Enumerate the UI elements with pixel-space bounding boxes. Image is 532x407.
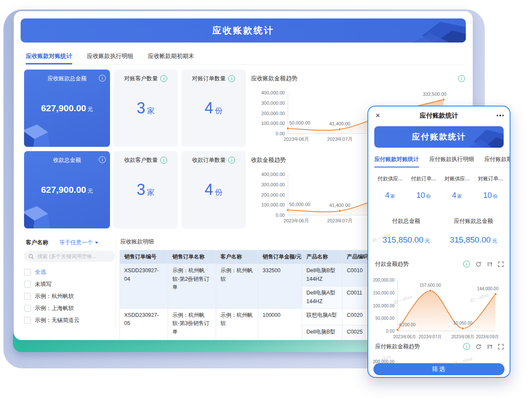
mini-value: 4 (385, 191, 389, 200)
cell-amount: 332500 (258, 264, 302, 309)
stat-value: 4份 (181, 181, 246, 199)
expand-icon[interactable] (498, 344, 504, 349)
cell-product-name: 联想电脑A型 (302, 308, 342, 325)
tab-receivable-reconcile-stats[interactable]: 应收账款对账统计 (26, 49, 72, 64)
banner-ribbon-decoration (461, 126, 504, 148)
info-icon[interactable]: i (160, 157, 167, 164)
col-order-name: 销售订单名称 (168, 250, 216, 264)
mini-value: 10 (483, 191, 492, 200)
modal-totals: 付款总金额315,850.00元 应付账款总金额315,850.00元 (373, 217, 507, 245)
filter-option-wuxi[interactable]: 示例：无锡简道云 (24, 314, 115, 326)
svg-text:41,400.00: 41,400.00 (329, 203, 350, 208)
refresh-icon[interactable] (476, 344, 481, 349)
total-payment: 付款总金额315,850.00元 (373, 217, 440, 245)
svg-text:41,400.00: 41,400.00 (329, 121, 350, 126)
cell-product-name: Dell电脑B型 144HZ (302, 264, 342, 286)
amount-text: 627,900.00 (41, 185, 86, 194)
mini-unit: 份 (493, 194, 498, 199)
stat-label: 对账客户数量 (124, 75, 158, 82)
tab-receivable-period-balance[interactable]: 应收帐款期初期末 (148, 49, 194, 64)
filter-option-hangzhou[interactable]: 示例：杭州帆软 (24, 290, 115, 302)
checkbox[interactable] (24, 317, 31, 324)
sort-icon[interactable] (487, 261, 492, 267)
option-label: 全选 (35, 268, 46, 276)
mini-stat-pay-suppliers: 付款供应...4家 (373, 175, 407, 200)
svg-text:2023年06月: 2023年06月 (393, 334, 416, 339)
mini-stat-pay-orders: 付款订单...10份 (407, 175, 440, 200)
svg-text:2023年07月: 2023年07月 (419, 334, 441, 339)
stat-label: 收款客户数量 (124, 156, 158, 164)
cell-product-name: Dell电脑B型 (302, 325, 342, 340)
info-icon[interactable]: i (160, 75, 167, 82)
stat-card-reconcile-orders: 对账订单数量i 4份 (181, 70, 246, 147)
chart-title: 收款金额趋势 (251, 156, 286, 164)
stat-card-reconcile-customers: 对账客户数量i 3家 (113, 70, 178, 147)
stat-value: 4份 (181, 99, 246, 117)
tab-payable-execution-detail[interactable]: 应付账款执行明细 (429, 153, 474, 167)
stat-label: 收款总金额 (53, 156, 81, 164)
svg-text:400,000.00: 400,000.00 (261, 172, 285, 177)
modal-header: × 应付账款统计 (368, 106, 510, 125)
info-icon[interactable]: i (228, 75, 235, 82)
close-icon[interactable]: × (368, 111, 387, 120)
stat-card-receipt-orders: 收款订单数量i 4份 (181, 151, 246, 228)
svg-text:2023年06月: 2023年06月 (284, 218, 309, 223)
count-text: 3 (137, 99, 145, 117)
modal-tabs: 应付账款对账统计 应付账款执行明细 应付账款期初期末 (374, 153, 510, 168)
svg-text:200,000.00: 200,000.00 (261, 192, 285, 197)
mini-label: 对账供应... (440, 175, 474, 182)
total-unit: 元 (492, 238, 497, 244)
expand-icon[interactable] (498, 261, 504, 267)
info-icon[interactable]: i (99, 156, 106, 163)
mini-label: 付款供应... (373, 175, 407, 182)
info-icon[interactable]: i (99, 75, 106, 82)
mini-value: 10 (416, 191, 425, 200)
filter-option-select-all[interactable]: 全选 (24, 266, 115, 278)
cell-customer: 示例：杭州帆软 (216, 264, 258, 309)
tab-payable-period-balance[interactable]: 应付账款期初期末 (484, 153, 510, 167)
svg-text:332,500.00: 332,500.00 (423, 91, 446, 97)
refresh-icon[interactable] (476, 261, 481, 267)
cell-customer: 示例：杭州帆软 (216, 308, 258, 340)
header-ribbon-decoration (397, 18, 466, 43)
filter-operator-dropdown[interactable]: 等于任意一个 (59, 239, 98, 246)
option-label: 示例：杭州帆软 (35, 292, 74, 300)
col-product-name: 产品名称 (302, 250, 342, 264)
total-label: 付款总金额 (373, 217, 440, 225)
info-icon[interactable]: i (228, 157, 235, 164)
svg-text:150,000.00: 150,000.00 (373, 291, 394, 295)
customer-filter-panel: 客户名称 等于任意一个 全选 未填写 示例：杭州帆软 示例：上海帆软 示例：无锡… (24, 234, 115, 326)
checkbox[interactable] (24, 281, 31, 288)
info-icon[interactable]: i (463, 343, 470, 350)
cell-order-no: XSDD230927-05 (120, 308, 168, 340)
stat-card-receipt-customers: 收款客户数量i 3家 (113, 151, 178, 228)
svg-text:2023年08月: 2023年08月 (451, 334, 474, 339)
checkbox[interactable] (24, 293, 31, 300)
info-icon[interactable]: i (463, 261, 470, 267)
filter-option-shanghai[interactable]: 示例：上海帆软 (24, 302, 115, 314)
stat-value: 627,900.00元 (24, 185, 110, 195)
payable-modal: × 应付账款统计 应付账款统计 应付账款对账统计 应付账款执行明细 应付账款期初… (367, 106, 511, 378)
total-value: 315,850.00 (450, 235, 491, 244)
filter-option-empty[interactable]: 未填写 (24, 278, 115, 290)
payment-trend-chart: 200,000.00150,000.00100,000.0050,000.000… (370, 271, 508, 347)
more-icon[interactable] (491, 115, 510, 116)
checkbox[interactable] (24, 269, 31, 276)
filter-button[interactable]: 筛选 (373, 363, 504, 375)
svg-text:157,600.00: 157,600.00 (419, 283, 441, 288)
svg-text:100,000.00: 100,000.00 (373, 304, 394, 308)
svg-text:200,000.00: 200,000.00 (373, 278, 394, 282)
filter-field-label: 客户名称 (26, 239, 48, 246)
tab-payable-reconcile-stats[interactable]: 应付账款对账统计 (374, 153, 419, 167)
sort-icon[interactable] (487, 344, 492, 349)
total-unit: 元 (425, 238, 430, 244)
info-icon[interactable]: i (458, 75, 465, 82)
stat-value: 627,900.00元 (24, 103, 110, 113)
svg-text:200,000.00: 200,000.00 (261, 111, 285, 116)
checkbox[interactable] (24, 305, 31, 312)
main-tabs: 应收账款对账统计 应收账款执行明细 应收帐款期初期末 (21, 49, 466, 65)
svg-text:50,000.00: 50,000.00 (289, 202, 310, 207)
search-input[interactable] (37, 253, 107, 260)
tab-receivable-execution-detail[interactable]: 应收账款执行明细 (87, 49, 133, 64)
svg-text:300,000.00: 300,000.00 (261, 100, 285, 106)
